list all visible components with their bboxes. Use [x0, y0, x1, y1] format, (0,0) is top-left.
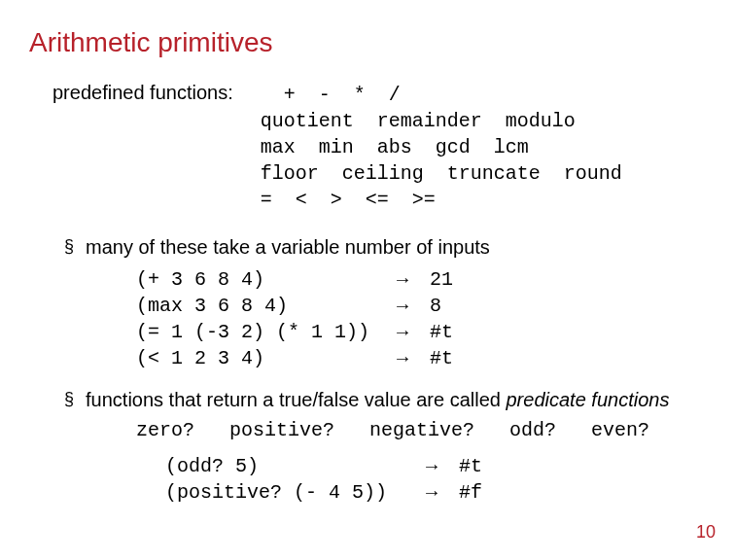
slide-title: Arithmetic primitives	[29, 27, 706, 58]
example-block-1: (+ 3 6 8 4) (max 3 6 8 4) (= 1 (-3 2) (*…	[136, 266, 706, 371]
bullet-text: many of these take a variable number of …	[86, 236, 490, 259]
bullet-variable-inputs: § many of these take a variable number o…	[64, 236, 706, 259]
functions-list: + - * / quotient remainder modulo max mi…	[261, 82, 622, 213]
page-number: 10	[696, 522, 716, 542]
predefined-label: predefined functions:	[52, 82, 233, 213]
predicate-list: zero? positive? negative? odd? even?	[136, 419, 706, 441]
bullet-predicate-functions: § functions that return a true/false val…	[64, 389, 706, 411]
bullet2-part-a: functions that return a true/false value…	[86, 389, 506, 410]
example2-inputs: (odd? 5) (positive? (- 4 5))	[165, 453, 422, 506]
example-block-2: (odd? 5) (positive? (- 4 5)) → → #t #f	[165, 453, 706, 506]
bullet-mark-icon: §	[64, 236, 74, 259]
bullet-mark-icon: §	[64, 389, 74, 411]
predefined-functions-row: predefined functions: + - * / quotient r…	[52, 82, 706, 213]
example1-arrows: → → → →	[393, 266, 412, 371]
example1-outputs: 21 8 #t #t	[430, 266, 453, 371]
bullet2-part-b: predicate functions	[507, 389, 670, 410]
example1-inputs: (+ 3 6 8 4) (max 3 6 8 4) (= 1 (-3 2) (*…	[136, 266, 393, 371]
example2-outputs: #t #f	[459, 453, 482, 506]
example2-arrows: → →	[422, 453, 441, 506]
bullet-text: functions that return a true/false value…	[86, 389, 669, 411]
